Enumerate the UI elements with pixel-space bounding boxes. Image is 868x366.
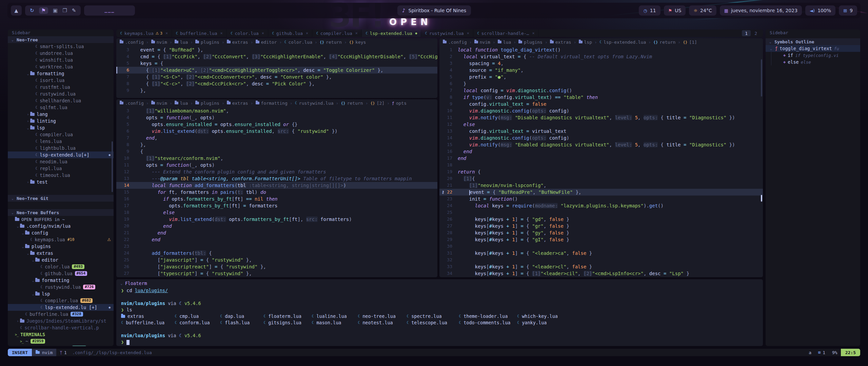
code-line[interactable]: 5 prefix = "●", [439,74,763,80]
tree-item-plugins[interactable]: ⌄plugins [8,243,114,250]
code-line[interactable]: 4 source = "if_many", [439,67,763,74]
breadcrumb-item[interactable]: .config [120,40,144,45]
code-line[interactable]: 33 keys[#keys + 1] = { "<leader>cl", fal… [439,263,763,270]
keyboard-layout-badge[interactable]: ⚑US [664,5,686,16]
weather-badge[interactable]: ☼24°C [689,5,716,16]
flag-icon[interactable]: ⚑ [39,7,48,14]
breadcrumb-item[interactable]: {}[2] [370,101,384,106]
close-icon[interactable]: × [165,31,168,36]
breadcrumb-item[interactable]: lua [498,40,511,45]
workspace-pill[interactable]: ___ [84,5,135,16]
code-line[interactable]: 21 end [116,229,437,236]
code-line[interactable]: 12 --- Extend the conform plugin config … [116,168,437,175]
tree-item-lsp[interactable]: ⌄lsp [8,290,114,297]
tab-bufferline-lua[interactable]: ☾bufferline.lua× [172,29,226,37]
close-icon[interactable]: × [262,31,264,36]
code-line[interactable]: 6 { [1]"<leader>uC", [2]"<cmd>CccHighlig… [116,67,437,74]
tree-item-linting[interactable]: ›linting [8,118,114,124]
code-line[interactable]: 26 ["javascriptreact"] = { "rustywind" }… [116,263,437,270]
tree-item-lightbulb-lua[interactable]: ☾lightbulb.lua [8,145,114,151]
code-line[interactable]: 16 if opts.formatters_by_ft[ft] == nil t… [116,196,437,202]
code-line[interactable]: 34 keys[#keys + 1] = { [1]"<leader>cil",… [439,270,763,277]
tree-item-rustfmt-lua[interactable]: ☾rustfmt.lua [8,84,114,90]
section-symbols-outline[interactable]: ⌄ Symbols Outline [766,38,860,45]
tree-item-sqlfmt-lua[interactable]: ☾sqlfmt.lua [8,104,114,111]
tree-item-terminals[interactable]: >_TERMINALS [8,331,114,338]
code-line[interactable]: 6 vim.list_extend(dst: opts.ensure_insta… [116,128,437,135]
code-line[interactable]: 27 ["typescript"] = { "rustywind" }, [116,270,437,277]
code-line[interactable]: 7 end, [116,135,437,141]
code-line[interactable]: 28 keys[#keys + 1] = { "gy", false } [439,229,763,236]
close-icon[interactable]: × [220,31,223,36]
outline-item-toggle-diag-virtext[interactable]: ⌄ƒtoggle_diag_virtextfu [766,45,860,52]
tabpage-1[interactable]: 1 [742,30,751,36]
breadcrumb-item[interactable]: plugins [195,40,219,45]
breadcrumb-item[interactable]: ☾rustywind.lua [295,101,334,106]
tree-item-neodim-lua[interactable]: ☾neodim.lua [8,158,114,165]
breadcrumb-item[interactable]: ƒopts [392,101,407,106]
code-line[interactable]: 5 opts.ensure_installed = opts.ensure_in… [116,121,437,128]
outline-item-else[interactable]: ❖elseelse [766,59,860,65]
code-line[interactable]: 8 }, [116,141,437,148]
code-line[interactable]: 12 else [439,121,763,128]
code-line[interactable]: 14 local function add_formatters(tbl :ta… [116,182,437,189]
code-line[interactable]: 9 }, [116,87,437,94]
grid-icon[interactable]: ▣ [53,7,58,14]
code-line[interactable]: 22⚷ event = { "BufReadPre", "BufNewFile"… [439,189,763,196]
code-line[interactable]: 17end [439,155,763,162]
breadcrumb-item[interactable]: lsp [579,40,592,45]
tree-item-formatting[interactable]: ⌄formatting [8,70,114,77]
tree-item-lsp-extended-lu[interactable]: ☾lsp-extended.lu[+]● [8,151,114,158]
breadcrumb-item[interactable]: lua [175,101,188,106]
tab-rustywind-lua[interactable]: ☾rustywind.lua× [421,29,473,37]
code-line[interactable]: 31 keys[#keys + 1] = { "<leader>ca", fal… [439,250,763,257]
code-line[interactable]: 2 local virtual_text = { -- Default virt… [439,53,763,60]
code-line[interactable]: 6 } [439,80,763,87]
breadcrumb-item[interactable]: .config [120,101,144,106]
code-line[interactable]: 9 { [116,148,437,155]
code-line[interactable]: 1local function toggle_diag_virtext() [439,46,763,53]
breadcrumb-item[interactable]: extras [550,40,571,45]
tree-item-repl-lua[interactable]: ☾repl.lua [8,165,114,172]
code-line[interactable]: 9 config.virtual_text = false [439,101,763,107]
tree-item-scrollbar-handle-vertical-p[interactable]: ☾scrollbar-handle-vertical.p [8,324,114,331]
tree-item-lsp-extended-lu[interactable]: ☾lsp-extended.lu [+]● [8,304,114,311]
code-line[interactable]: 26 keys[#keys + 1] = { "gd", false } [439,216,763,223]
breadcrumb-item[interactable]: {}keys [349,40,366,45]
breadcrumb-item[interactable]: {}[1] [683,40,697,45]
outline-item-if[interactable]: ❖ifif type(config.vi [766,52,860,59]
code-line[interactable]: 20 [1]{ [439,175,763,182]
close-icon[interactable]: × [306,31,308,36]
media-player-pill[interactable]: ♪ Spiritbox - Rule Of Nines [397,5,471,16]
breadcrumb-item[interactable]: ☾color.lua [284,40,312,45]
tree-item-github-lua[interactable]: ☾github.lua#654 [8,270,114,277]
code-line[interactable]: 3 spacing = 4, [439,60,763,67]
tab-color-lua[interactable]: ☾color.lua× [227,29,268,37]
tree-item-extras[interactable]: ⌄extras [8,250,114,257]
code-line[interactable]: 13 config.virtual_text = virtual_text [439,128,763,135]
code-line[interactable]: 17 opts.formatters_by_ft[ft] = formatter… [116,202,437,209]
breadcrumb-item[interactable]: extras [227,40,248,45]
code-line[interactable]: 19return { [439,168,763,175]
breadcrumb-item[interactable]: {}return [341,101,363,106]
close-icon[interactable]: × [467,31,469,36]
section-neo-tree-buffers[interactable]: ⌄Neo-Tree Buffers [8,209,114,216]
tree-item-rustywind-lua[interactable]: ☾rustywind.lua [8,90,114,97]
tree-item-timeout-lua[interactable]: ☾timeout.lua [8,172,114,179]
code-line[interactable]: 29 keys[#keys + 1] = { "gI", false } [439,236,763,243]
editor-pane-lsp-extended-lua[interactable]: 1local function toggle_diag_virtext()2 l… [439,46,763,277]
tree-item-winshift-lua[interactable]: ☾winshift.lua [8,57,114,63]
tree-item-smart-splits-lua[interactable]: ☾smart-splits.lua [8,43,114,50]
code-line[interactable]: 15 for ft, formatters in pairs(t: tbl) d… [116,189,437,196]
code-line[interactable]: 5 keys = { [116,60,437,67]
editor-pane-color-lua[interactable]: 3 event = { "BufRead" },4 cmd = { [1]"Cc… [116,46,437,98]
code-line[interactable]: 27 keys[#keys + 1] = { "gr", false } [439,223,763,229]
tree-item-worktree-lua[interactable]: ☾worktree.lua [8,63,114,70]
tree-item-lang[interactable]: ›lang [8,111,114,118]
code-line[interactable]: 23 init = function() [439,196,763,202]
tree-item-compiler-lua[interactable]: ☾compiler.lua#682 [8,297,114,304]
code-line[interactable]: 24 add_formatters(tbl: { [116,250,437,257]
code-line[interactable]: 7 { [1]"<S-C>", [2]"<cmd>CccConvert<cr>"… [116,74,437,80]
tree-item-bufferline-lua[interactable]: ☾bufferline.lua#328 [8,311,114,318]
code-line[interactable]: 19 vim.list_extend(dst: opts.formatters_… [116,216,437,223]
